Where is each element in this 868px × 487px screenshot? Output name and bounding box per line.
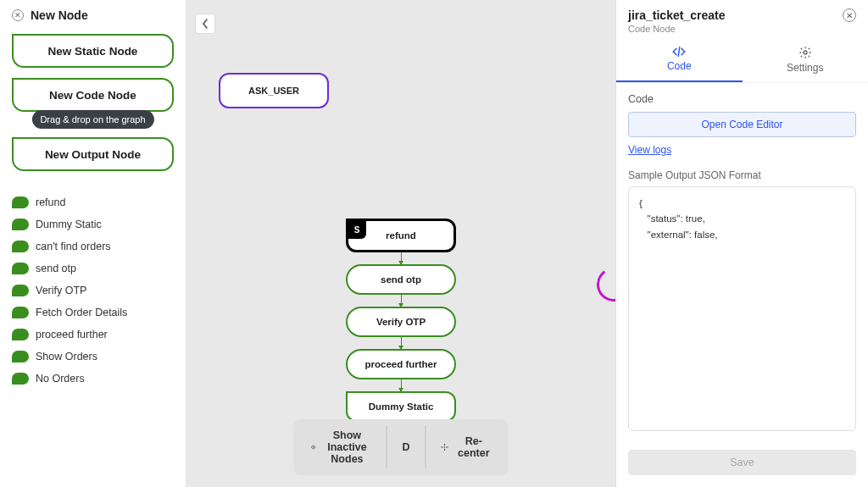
view-logs-label: View logs xyxy=(628,144,671,156)
sidebar-header: ✕ New Node xyxy=(12,8,174,22)
open-editor-label: Open Code Editor xyxy=(701,119,782,130)
code-icon xyxy=(671,46,687,58)
connector-icon xyxy=(401,379,402,391)
save-button[interactable]: Save xyxy=(628,450,856,475)
panel-footer: Save xyxy=(616,441,868,487)
tab-settings-label: Settings xyxy=(787,62,823,74)
flow-node-refund[interactable]: S refund xyxy=(346,219,456,252)
ask-user-node[interactable]: ASK_USER xyxy=(219,73,329,108)
tab-code-label: Code xyxy=(667,60,692,72)
panel-tabs: Code Settings xyxy=(616,37,868,83)
node-label: Verify OTP xyxy=(36,285,86,296)
sidebar-title: New Node xyxy=(31,8,88,22)
back-button[interactable] xyxy=(195,14,215,34)
node-item-dummy-static[interactable]: Dummy Static xyxy=(12,219,174,230)
flow-node-proceed-further[interactable]: proceed further xyxy=(346,349,456,379)
svg-point-0 xyxy=(313,446,314,448)
flow-label: Dummy Static xyxy=(369,401,434,412)
node-item-no-orders[interactable]: No Orders xyxy=(12,373,174,385)
leaf-icon xyxy=(12,219,29,230)
close-panel-icon[interactable]: ✕ xyxy=(843,8,856,22)
node-label: Show Orders xyxy=(36,351,97,362)
recenter-label: Re-center xyxy=(456,435,491,459)
new-code-node-button[interactable]: New Code Node xyxy=(12,78,174,112)
node-label: send otp xyxy=(36,263,76,274)
node-label: can't find orders xyxy=(36,241,111,252)
node-label: Dummy Static xyxy=(36,219,102,230)
code-section-label: Code xyxy=(628,93,856,105)
canvas-toolbar: Show Inactive Nodes D Re-center xyxy=(294,419,509,475)
node-item-fetch-order-details[interactable]: Fetch Order Details xyxy=(12,307,174,318)
flow-node-send-otp[interactable]: send otp xyxy=(346,264,456,295)
panel-body: Code Open Code Editor View logs Sample O… xyxy=(616,83,868,441)
leaf-icon xyxy=(12,196,29,208)
new-code-label: New Code Node xyxy=(49,89,136,102)
recenter-button[interactable]: Re-center xyxy=(434,426,498,468)
leaf-icon xyxy=(12,307,29,318)
sample-json-box[interactable]: { "status": true, "external": false, xyxy=(628,186,856,431)
flow-label: Verify OTP xyxy=(376,317,426,327)
chevron-left-icon xyxy=(202,19,209,29)
ask-user-label: ASK_USER xyxy=(248,86,299,96)
panel-title: jira_ticket_create xyxy=(628,8,725,22)
leaf-icon xyxy=(12,351,29,362)
right-panel-header: jira_ticket_create Code Node ✕ xyxy=(616,0,868,37)
sidebar: ✕ New Node New Static Node New Code Node… xyxy=(0,0,186,487)
flow-node-dummy-static[interactable]: Dummy Static xyxy=(346,391,456,422)
node-item-cant-find-orders[interactable]: can't find orders xyxy=(12,241,174,252)
open-code-editor-button[interactable]: Open Code Editor xyxy=(628,112,856,137)
refund-tag: S xyxy=(348,220,366,239)
node-item-show-orders[interactable]: Show Orders xyxy=(12,351,174,362)
svg-point-1 xyxy=(444,446,445,447)
node-item-proceed-further[interactable]: proceed further xyxy=(12,329,174,340)
leaf-icon xyxy=(12,241,29,252)
flow-node-verify-otp[interactable]: Verify OTP xyxy=(346,307,456,337)
show-inactive-button[interactable]: Show Inactive Nodes xyxy=(304,426,378,468)
view-logs-link[interactable]: View logs xyxy=(628,144,856,156)
node-list: refund Dummy Static can't find orders se… xyxy=(12,196,174,385)
gear-icon xyxy=(798,46,812,59)
recenter-icon xyxy=(441,441,449,453)
node-label: No Orders xyxy=(36,373,85,385)
leaf-icon xyxy=(12,285,29,296)
connector-icon xyxy=(401,337,402,349)
node-item-verify-otp[interactable]: Verify OTP xyxy=(12,285,174,296)
leaf-icon xyxy=(12,263,29,274)
sample-output-label: Sample Output JSON Format xyxy=(628,169,856,181)
new-code-wrap: New Code Node Drag & drop on the graph xyxy=(12,78,174,122)
node-item-send-otp[interactable]: send otp xyxy=(12,263,174,274)
connector-icon xyxy=(401,295,402,307)
tab-code[interactable]: Code xyxy=(616,37,743,82)
eye-icon xyxy=(311,441,316,453)
flow-label: send otp xyxy=(381,274,421,285)
partial-node-icon[interactable] xyxy=(594,265,615,304)
right-panel: jira_ticket_create Code Node ✕ Code Sett… xyxy=(615,0,868,487)
close-icon[interactable]: ✕ xyxy=(12,9,24,21)
leaf-icon xyxy=(12,329,29,340)
d-button[interactable]: D xyxy=(395,426,416,468)
node-label: refund xyxy=(36,196,65,208)
node-label: proceed further xyxy=(36,329,108,340)
new-output-label: New Output Node xyxy=(45,148,141,161)
show-inactive-label: Show Inactive Nodes xyxy=(323,429,371,465)
flow-label: proceed further xyxy=(365,359,437,369)
d-label: D xyxy=(402,441,409,453)
panel-subtitle: Code Node xyxy=(628,24,725,34)
svg-point-2 xyxy=(804,51,807,54)
new-output-node-button[interactable]: New Output Node xyxy=(12,137,174,171)
canvas[interactable]: ASK_USER S refund send otp Verify OTP pr… xyxy=(186,0,615,487)
flow-label: refund xyxy=(386,230,416,241)
flow-column: S refund send otp Verify OTP proceed fur… xyxy=(346,219,456,434)
connector-icon xyxy=(401,252,402,264)
node-item-refund[interactable]: refund xyxy=(12,196,174,208)
save-label: Save xyxy=(730,457,754,468)
new-static-label: New Static Node xyxy=(48,45,138,58)
new-static-node-button[interactable]: New Static Node xyxy=(12,34,174,68)
tab-settings[interactable]: Settings xyxy=(743,37,869,82)
node-label: Fetch Order Details xyxy=(36,307,127,318)
leaf-icon xyxy=(12,373,29,385)
drag-drop-tooltip: Drag & drop on the graph xyxy=(31,110,153,129)
